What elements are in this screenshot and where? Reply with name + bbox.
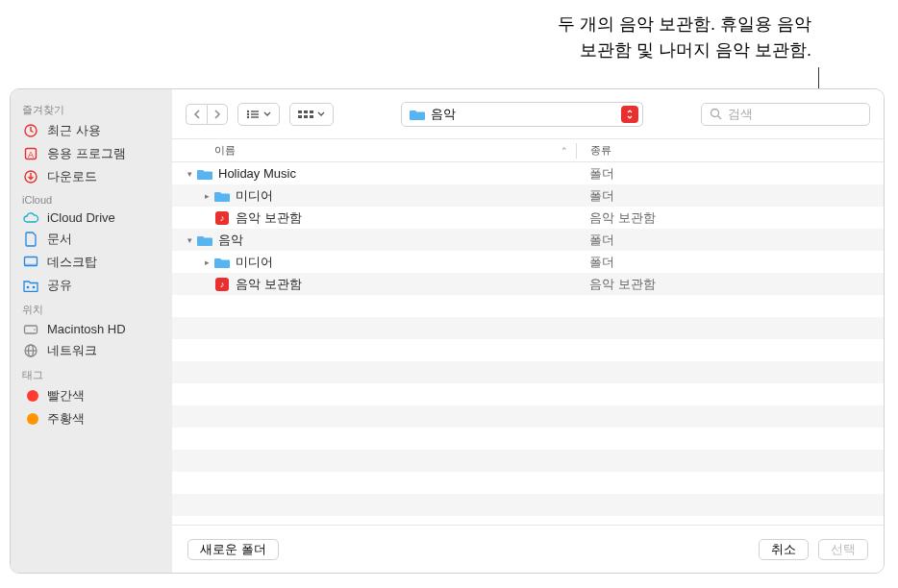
- music-library-icon: ♪: [212, 211, 232, 225]
- svg-rect-14: [251, 110, 259, 111]
- cancel-button[interactable]: 취소: [759, 539, 809, 560]
- file-row[interactable]: ▾음악폴더: [172, 229, 884, 251]
- path-dropdown[interactable]: 음악: [401, 102, 643, 127]
- clock-icon: [22, 123, 39, 138]
- search-placeholder: 검색: [728, 106, 753, 123]
- toolbar: 음악 검색: [172, 89, 884, 139]
- back-button[interactable]: [186, 104, 207, 125]
- sidebar-item-label: 빨간색: [47, 387, 85, 404]
- sidebar-item[interactable]: 공유: [11, 274, 172, 297]
- file-row[interactable]: ▸미디어폴더: [172, 184, 884, 207]
- new-folder-button[interactable]: 새로운 폴더: [187, 539, 279, 560]
- svg-line-26: [718, 116, 722, 120]
- sidebar-item-label: 네트워크: [47, 342, 97, 359]
- path-dropdown-toggle[interactable]: [621, 106, 638, 123]
- chevron-right-icon: [213, 110, 221, 119]
- sidebar-item[interactable]: 문서: [11, 228, 172, 251]
- forward-button[interactable]: [207, 104, 228, 125]
- svg-rect-5: [25, 264, 37, 266]
- list-view-icon: [246, 110, 260, 119]
- column-name-header[interactable]: 이름 ⌃: [172, 143, 576, 158]
- columns-header: 이름 ⌃ 종류: [172, 139, 884, 162]
- sidebar-item[interactable]: 네트워크: [11, 339, 172, 362]
- disclosure-icon[interactable]: ▸: [201, 257, 212, 267]
- dialog-footer: 새로운 폴더 취소 선택: [172, 525, 884, 573]
- empty-row: [172, 317, 884, 339]
- main-panel: 음악 검색 이름 ⌃ 종류: [172, 89, 884, 573]
- sidebar-item[interactable]: 다운로드: [11, 165, 172, 188]
- callout-line1: 두 개의 음악 보관함. 휴일용 음악: [558, 12, 811, 37]
- file-kind: 음악 보관함: [576, 276, 656, 293]
- sidebar-item-label: iCloud Drive: [47, 210, 115, 225]
- svg-point-25: [711, 110, 719, 117]
- view-list-button[interactable]: [237, 103, 280, 126]
- folder-icon: [212, 257, 232, 268]
- file-name: 음악: [218, 232, 243, 249]
- file-row[interactable]: ▸미디어폴더: [172, 251, 884, 273]
- svg-point-15: [247, 112, 249, 114]
- tag-dot-icon: [27, 390, 38, 402]
- file-row[interactable]: ♪음악 보관함음악 보관함: [172, 207, 884, 229]
- folder-icon: [195, 168, 214, 180]
- sidebar-item[interactable]: 최근 사용: [11, 119, 172, 142]
- svg-point-6: [27, 286, 30, 289]
- name-cell: ▸미디어: [172, 187, 576, 205]
- network-icon: [22, 343, 39, 358]
- sidebar-item[interactable]: 주황색: [11, 407, 172, 430]
- group-icon: [298, 110, 313, 119]
- file-list[interactable]: ▾Holiday Music폴더▸미디어폴더♪음악 보관함음악 보관함▾음악폴더…: [172, 162, 884, 525]
- disclosure-icon[interactable]: ▾: [184, 169, 195, 179]
- file-kind: 폴더: [576, 187, 614, 205]
- folder-icon: [410, 109, 425, 120]
- music-library-icon: ♪: [212, 278, 232, 291]
- disclosure-icon[interactable]: ▾: [184, 235, 195, 245]
- path-label: 음악: [431, 106, 456, 123]
- nav-buttons: [186, 104, 228, 125]
- empty-row: [172, 494, 884, 516]
- tag-icon: [22, 390, 39, 402]
- empty-row: [172, 339, 884, 361]
- empty-row: [172, 450, 884, 472]
- group-button[interactable]: [289, 103, 334, 126]
- sidebar-item-label: 다운로드: [47, 168, 97, 185]
- chevron-down-icon: [263, 111, 271, 117]
- file-row[interactable]: ▾Holiday Music폴더: [172, 162, 884, 184]
- file-name: 미디어: [236, 254, 273, 271]
- finder-dialog-window: 즐겨찾기최근 사용A응용 프로그램다운로드iCloudiCloud Drive문…: [10, 88, 885, 574]
- empty-row: [172, 516, 884, 525]
- tag-icon: [22, 413, 39, 425]
- svg-rect-23: [304, 115, 308, 118]
- cloud-icon: [22, 211, 39, 225]
- select-button[interactable]: 선택: [818, 539, 868, 560]
- sidebar-item[interactable]: iCloud Drive: [11, 208, 172, 228]
- sidebar-section-header: 즐겨찾기: [11, 97, 172, 119]
- empty-row: [172, 472, 884, 494]
- file-kind: 폴더: [576, 254, 614, 271]
- sidebar-item[interactable]: A응용 프로그램: [11, 142, 172, 165]
- svg-point-9: [34, 329, 36, 331]
- svg-point-17: [247, 115, 249, 117]
- sidebar-section-header: 위치: [11, 297, 172, 319]
- search-field[interactable]: 검색: [701, 103, 870, 126]
- sidebar-section-header: 태그: [11, 362, 172, 384]
- sidebar-item[interactable]: 빨간색: [11, 384, 172, 407]
- callout-line2: 보관함 및 나머지 음악 보관함.: [558, 37, 811, 63]
- sidebar-item-label: 문서: [47, 231, 72, 248]
- folder-icon: [195, 234, 214, 246]
- sidebar-item[interactable]: 데스크탑: [11, 251, 172, 274]
- sidebar-item-label: Macintosh HD: [47, 322, 126, 336]
- file-kind: 폴더: [576, 165, 614, 183]
- sidebar-item[interactable]: Macintosh HD: [11, 319, 172, 339]
- chevron-down-icon: [317, 111, 325, 117]
- sidebar-item-label: 응용 프로그램: [47, 145, 126, 162]
- file-row[interactable]: ♪음악 보관함음악 보관함: [172, 273, 884, 295]
- name-cell: ♪음악 보관함: [172, 276, 576, 293]
- disclosure-icon[interactable]: ▸: [201, 191, 212, 201]
- doc-icon: [22, 232, 39, 247]
- name-cell: ♪음악 보관함: [172, 209, 576, 227]
- tag-dot-icon: [27, 413, 38, 425]
- column-kind-header[interactable]: 종류: [577, 143, 884, 158]
- search-icon: [710, 108, 722, 120]
- svg-rect-20: [304, 110, 308, 113]
- sidebar-item-label: 주황색: [47, 410, 85, 428]
